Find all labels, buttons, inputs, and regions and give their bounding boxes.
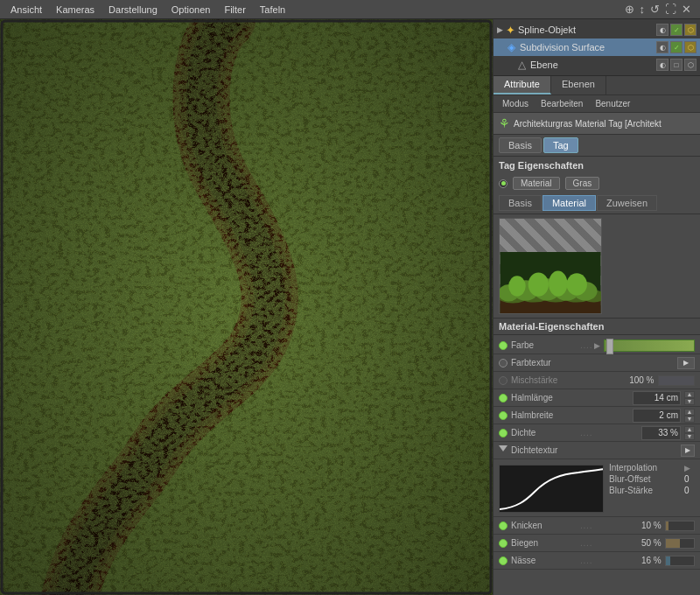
move-icon[interactable]: ⊕ bbox=[625, 3, 634, 16]
material-chip[interactable]: Material bbox=[513, 177, 560, 190]
mode-modus[interactable]: Modus bbox=[499, 98, 532, 109]
dichte-up[interactable]: ▲ bbox=[684, 426, 695, 433]
halmlaenge-dot[interactable] bbox=[499, 394, 508, 402]
halmlaenge-up[interactable]: ▲ bbox=[684, 391, 695, 398]
prop-knicken: Knicken . . . . 10 % bbox=[494, 517, 700, 535]
subd-active-btn[interactable]: ✓ bbox=[670, 41, 682, 53]
naesse-slider[interactable] bbox=[665, 556, 695, 566]
density-preview bbox=[499, 465, 604, 513]
spline-buttons: ◐ ✓ ⬡ bbox=[656, 24, 696, 36]
prop-farbe: Farbe . . . . ▶ bbox=[494, 337, 700, 354]
tree-item-spline[interactable]: ▶ ✦ Spline-Objekt ◐ ✓ ⬡ bbox=[494, 21, 700, 38]
prop-mischstaerke: Mischstärke 100 % bbox=[494, 372, 700, 389]
knicken-dot[interactable] bbox=[499, 522, 508, 530]
dichtetextur-expand[interactable] bbox=[499, 445, 508, 456]
object-tree: ▶ ✦ Spline-Objekt ◐ ✓ ⬡ ◈ Subdivision Su… bbox=[494, 19, 700, 76]
props-section: Farbe . . . . ▶ Farbtextur ▶ Mischstärke… bbox=[494, 335, 700, 595]
interp-row-blur-staerke: Blur-Stärke 0 bbox=[609, 486, 695, 495]
farbtextur-dot[interactable] bbox=[499, 359, 508, 368]
interp-label: Interpolation bbox=[609, 463, 679, 472]
farbe-label: Farbe bbox=[511, 340, 577, 350]
subtab-basis[interactable]: Basis bbox=[499, 137, 542, 153]
mischstaerke-value: 100 % bbox=[620, 375, 654, 385]
spline-active-btn[interactable]: ✓ bbox=[670, 24, 682, 36]
fullscreen-icon[interactable]: ⛶ bbox=[665, 3, 676, 16]
subdivision-icon: ◈ bbox=[508, 41, 515, 53]
dichte-dot[interactable] bbox=[499, 429, 508, 438]
biegen-slider[interactable] bbox=[665, 538, 695, 549]
tree-arrow-spline: ▶ bbox=[497, 25, 503, 34]
gras-chip[interactable]: Gras bbox=[565, 177, 600, 190]
biegen-fill bbox=[666, 539, 680, 548]
biegen-dot[interactable] bbox=[499, 539, 508, 548]
mode-benutzer[interactable]: Benutzer bbox=[592, 98, 634, 109]
farbtextur-btn[interactable]: ▶ bbox=[677, 357, 695, 369]
close-icon[interactable]: ✕ bbox=[682, 3, 691, 16]
material-radio[interactable] bbox=[499, 179, 508, 188]
mode-row: Modus Bearbeiten Benutzer bbox=[494, 95, 700, 113]
subdivision-buttons: ◐ ✓ ⬡ bbox=[656, 41, 696, 53]
menu-optionen[interactable]: Optionen bbox=[164, 3, 218, 17]
panel-tabs: Attribute Ebenen bbox=[494, 76, 700, 95]
knicken-slider[interactable] bbox=[665, 521, 695, 531]
subd-lock-btn[interactable]: ⬡ bbox=[684, 41, 696, 53]
farbe-dot[interactable] bbox=[499, 341, 508, 350]
tag-title: Architekturgras Material Tag [Architekt bbox=[514, 119, 662, 129]
menu-tafeln[interactable]: Tafeln bbox=[253, 3, 292, 17]
spline-lock-btn[interactable]: ⬡ bbox=[684, 24, 696, 36]
mode-bearbeiten[interactable]: Bearbeiten bbox=[537, 98, 586, 109]
mischstaerke-slider[interactable] bbox=[658, 375, 696, 386]
subd-vis-btn[interactable]: ◐ bbox=[656, 41, 668, 53]
interp-section: Interpolation ▶ Blur-Offset 0 Blur-Stärk… bbox=[609, 463, 695, 497]
farbe-bar[interactable] bbox=[604, 340, 695, 352]
halmlaenge-input[interactable] bbox=[633, 391, 681, 405]
halmbreite-down[interactable]: ▼ bbox=[684, 416, 695, 423]
mat-preview bbox=[499, 218, 602, 314]
menu-darstellung[interactable]: Darstellung bbox=[102, 3, 164, 17]
tag-header: ⚘ Architekturgras Material Tag [Architek… bbox=[494, 113, 700, 135]
farbe-arrow[interactable]: ▶ bbox=[594, 341, 600, 350]
halmbreite-stepper: ▲ ▼ bbox=[684, 409, 695, 423]
dichte-label: Dichte bbox=[511, 428, 577, 438]
dichtetextur-label: Dichtetextur bbox=[511, 445, 577, 455]
halmbreite-up[interactable]: ▲ bbox=[684, 409, 695, 416]
ebene-icon: △ bbox=[518, 59, 526, 71]
menu-ansicht[interactable]: Ansicht bbox=[4, 3, 49, 17]
mat-tab-material[interactable]: Material bbox=[542, 195, 596, 211]
viewport-canvas bbox=[0, 19, 493, 595]
ebene-dot-btn[interactable]: ⬡ bbox=[684, 59, 696, 71]
props-header: Material-Eigenschaften bbox=[494, 318, 700, 335]
ebene-vis-btn[interactable]: ◐ bbox=[656, 59, 668, 71]
viewport[interactable] bbox=[0, 19, 493, 595]
farbe-slider-thumb[interactable] bbox=[606, 339, 613, 354]
halmlaenge-down[interactable]: ▼ bbox=[684, 398, 695, 405]
menu-kameras[interactable]: Kameras bbox=[49, 3, 102, 17]
mat-tab-zuweisen[interactable]: Zuweisen bbox=[597, 195, 657, 211]
subtab-tag[interactable]: Tag bbox=[543, 137, 578, 153]
ebene-check-btn[interactable]: □ bbox=[670, 59, 682, 71]
scale-icon[interactable]: ↕ bbox=[640, 3, 646, 16]
prop-dichtetextur: Dichtetextur ▶ bbox=[494, 442, 700, 459]
halmbreite-input[interactable] bbox=[633, 409, 681, 423]
dichte-input[interactable] bbox=[641, 426, 681, 440]
dichtetextur-btn[interactable]: ▶ bbox=[681, 444, 695, 457]
rotate-icon[interactable]: ↺ bbox=[650, 3, 660, 16]
menu-filter[interactable]: Filter bbox=[217, 3, 252, 17]
material-row: Material Gras bbox=[494, 174, 700, 192]
prop-naesse: Nässe . . . . 16 % bbox=[494, 552, 700, 570]
naesse-dot[interactable] bbox=[499, 556, 508, 565]
tree-item-ebene[interactable]: △ Ebene ◐ □ ⬡ bbox=[494, 56, 700, 74]
dichte-down[interactable]: ▼ bbox=[684, 433, 695, 440]
subtabs: Basis Tag bbox=[494, 135, 700, 157]
mischstaerke-dot[interactable] bbox=[499, 376, 508, 385]
spline-vis-btn[interactable]: ◐ bbox=[656, 24, 668, 36]
halmbreite-dot[interactable] bbox=[499, 411, 508, 420]
interp-arrow[interactable]: ▶ bbox=[684, 464, 690, 472]
tab-ebenen[interactable]: Ebenen bbox=[551, 76, 606, 94]
mat-tab-basis[interactable]: Basis bbox=[499, 195, 542, 211]
tree-item-subdivision[interactable]: ◈ Subdivision Surface ◐ ✓ ⬡ bbox=[494, 38, 700, 56]
farbe-dots: . . . . bbox=[580, 340, 591, 350]
density-curve-svg bbox=[500, 466, 604, 513]
tab-attribute[interactable]: Attribute bbox=[494, 76, 551, 94]
svg-rect-6 bbox=[0, 19, 493, 595]
